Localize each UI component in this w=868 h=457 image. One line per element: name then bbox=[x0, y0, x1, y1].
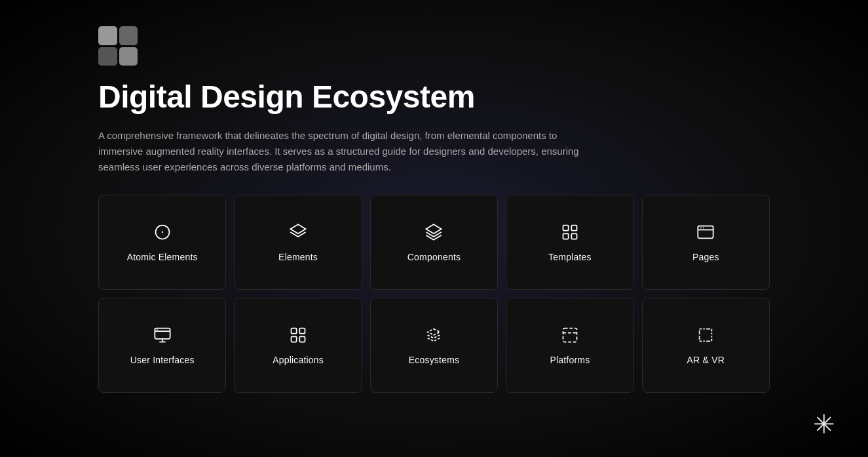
card-user-interfaces[interactable]: User Interfaces bbox=[98, 298, 226, 393]
card-templates-label: Templates bbox=[548, 252, 592, 262]
svg-point-1 bbox=[162, 231, 163, 232]
svg-rect-19 bbox=[292, 336, 297, 342]
card-platforms[interactable]: Platforms bbox=[506, 298, 633, 393]
card-templates[interactable]: Templates bbox=[506, 195, 633, 290]
card-elements-label: Elements bbox=[278, 252, 318, 262]
svg-rect-8 bbox=[698, 226, 713, 238]
layers-icon bbox=[289, 223, 307, 241]
card-platforms-label: Platforms bbox=[550, 355, 590, 365]
asterisk-decoration: ✳ bbox=[813, 411, 835, 437]
card-ecosystems[interactable]: Ecosystems bbox=[370, 298, 498, 393]
svg-rect-7 bbox=[571, 233, 576, 239]
card-grid: Atomic Elements Elements Components bbox=[98, 195, 770, 393]
svg-rect-6 bbox=[563, 233, 568, 239]
card-components[interactable]: Components bbox=[370, 195, 498, 290]
svg-marker-3 bbox=[426, 224, 442, 233]
card-atomic-elements[interactable]: Atomic Elements bbox=[98, 195, 226, 290]
card-user-interfaces-label: User Interfaces bbox=[130, 355, 195, 365]
monitor-icon bbox=[153, 326, 172, 344]
card-applications-label: Applications bbox=[273, 355, 324, 365]
page-title: Digital Design Ecosystem bbox=[98, 79, 770, 115]
svg-rect-18 bbox=[299, 328, 305, 333]
svg-rect-22 bbox=[563, 328, 576, 342]
svg-rect-4 bbox=[563, 225, 568, 230]
svg-rect-20 bbox=[299, 336, 305, 342]
svg-marker-2 bbox=[290, 224, 305, 233]
svg-marker-21 bbox=[428, 328, 440, 334]
layout-grid-icon bbox=[561, 223, 579, 241]
svg-rect-17 bbox=[292, 328, 297, 333]
page-description: A comprehensive framework that delineate… bbox=[98, 128, 583, 175]
card-ar-vr[interactable]: AR & VR bbox=[642, 298, 770, 393]
card-ecosystems-label: Ecosystems bbox=[409, 355, 459, 365]
svg-point-10 bbox=[700, 227, 702, 228]
svg-point-16 bbox=[157, 328, 158, 330]
browser-icon bbox=[696, 223, 715, 241]
card-components-label: Components bbox=[407, 252, 461, 262]
dashed-layers-icon bbox=[425, 326, 443, 344]
svg-point-11 bbox=[703, 227, 704, 228]
card-pages[interactable]: Pages bbox=[642, 195, 770, 290]
svg-rect-5 bbox=[571, 225, 576, 230]
target-icon bbox=[153, 223, 172, 241]
dashed-square-icon bbox=[561, 326, 579, 344]
card-pages-label: Pages bbox=[692, 252, 719, 262]
card-applications[interactable]: Applications bbox=[234, 298, 362, 393]
brand-logo bbox=[98, 26, 138, 66]
card-elements[interactable]: Elements bbox=[234, 195, 362, 290]
card-atomic-elements-label: Atomic Elements bbox=[127, 252, 198, 262]
layers-stack-icon bbox=[425, 223, 443, 241]
card-ar-vr-label: AR & VR bbox=[687, 355, 725, 365]
app-grid-icon bbox=[289, 326, 307, 344]
dashed-corners-icon bbox=[696, 326, 715, 344]
